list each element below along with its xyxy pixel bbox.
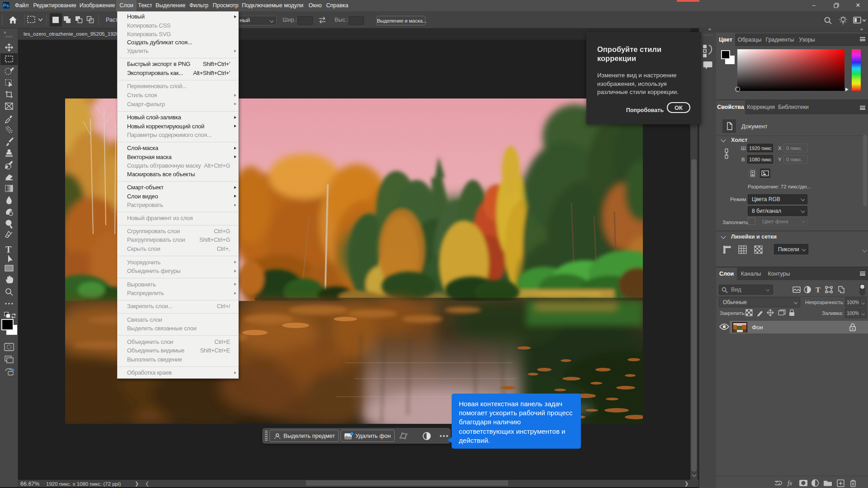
svg-text:T: T	[5, 244, 12, 254]
svg-text:fx: fx	[788, 480, 793, 487]
svg-text:T: T	[816, 286, 821, 294]
svg-text:»: »	[4, 30, 6, 35]
svg-text:Расту: Расту	[106, 17, 118, 23]
